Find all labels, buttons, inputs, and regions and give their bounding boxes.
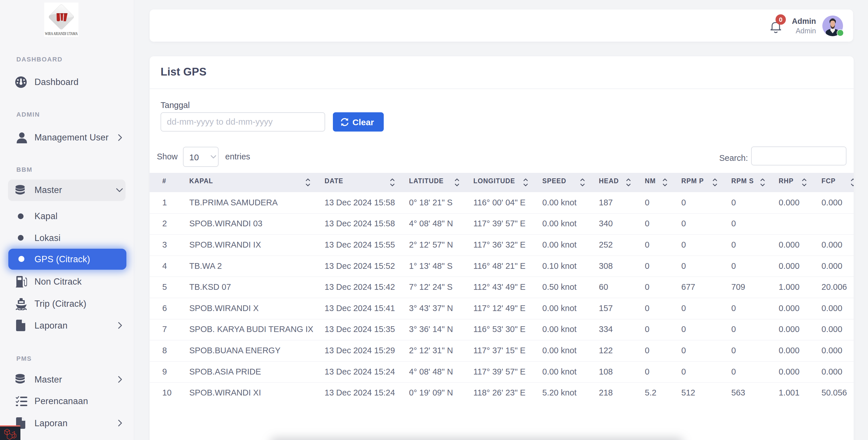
svg-text:WIRA ARIANDI UTAMA: WIRA ARIANDI UTAMA bbox=[45, 31, 78, 36]
